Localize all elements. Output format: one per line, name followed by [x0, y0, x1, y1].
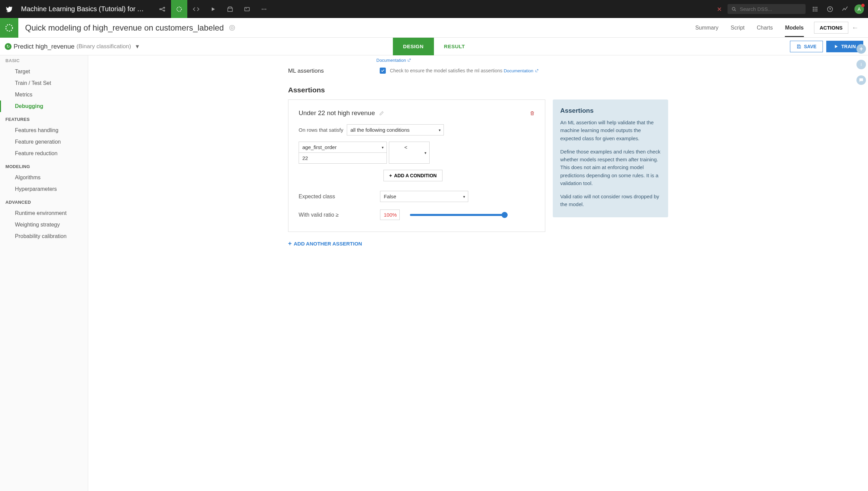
close-icon[interactable] — [711, 6, 728, 12]
sb-feature-reduction[interactable]: Feature reduction — [0, 148, 88, 159]
slider-thumb[interactable] — [502, 212, 508, 218]
sb-prob-calibration[interactable]: Probability calibration — [0, 231, 88, 242]
activity-icon[interactable] — [839, 0, 850, 18]
assertion-card: Under 22 not high revenue On rows that s… — [288, 99, 545, 232]
add-another-assertion[interactable]: + ADD ANOTHER ASSERTION — [288, 240, 362, 247]
condition-operator-select[interactable]: < — [389, 142, 430, 164]
sb-section-features: FEATURES — [0, 112, 88, 125]
sb-metrics[interactable]: Metrics — [0, 89, 88, 101]
tab-script[interactable]: Script — [731, 19, 744, 37]
sb-hyperparams[interactable]: Hyperparameters — [0, 183, 88, 195]
valid-ratio-input[interactable]: 100% — [380, 210, 400, 220]
apps-grid-icon[interactable] — [810, 0, 820, 18]
play-icon — [834, 44, 838, 49]
svg-rect-18 — [816, 10, 817, 11]
trash-icon[interactable] — [530, 111, 535, 116]
search-input[interactable] — [740, 6, 801, 12]
avatar-letter: A — [857, 6, 861, 12]
play-icon[interactable] — [205, 0, 221, 18]
sb-train-test[interactable]: Train / Test Set — [0, 77, 88, 89]
valid-ratio-slider[interactable] — [410, 214, 505, 216]
predict-sub: (Binary classification) — [77, 43, 131, 50]
ml-assertions-row: ML assertions Check to ensure the model … — [288, 63, 668, 79]
svg-rect-16 — [813, 10, 814, 11]
external-link-icon — [407, 58, 411, 62]
svg-point-22 — [231, 26, 233, 29]
project-title[interactable]: Machine Learning Basics (Tutorial) for A… — [18, 5, 147, 13]
bird-logo[interactable] — [0, 0, 18, 18]
page-title-wrap: Quick modeling of high_revenue on custom… — [18, 23, 695, 33]
tab-summary[interactable]: Summary — [695, 19, 718, 37]
tab-models[interactable]: Models — [785, 19, 804, 37]
search-icon — [732, 6, 736, 12]
sb-algorithms[interactable]: Algorithms — [0, 172, 88, 183]
svg-rect-15 — [816, 8, 817, 10]
main: BASIC Target Train / Test Set Metrics De… — [0, 55, 868, 491]
info-p1: An ML assertion will help validate that … — [560, 119, 661, 142]
expected-class-select[interactable]: False — [380, 191, 468, 202]
svg-rect-10 — [813, 7, 814, 8]
svg-point-7 — [264, 8, 265, 10]
rows-satisfy-label: On rows that satisfy — [299, 127, 343, 133]
condition-row: age_first_order 22 < — [299, 142, 535, 164]
more-icon[interactable] — [256, 0, 272, 18]
page-title: Quick modeling of high_revenue on custom… — [25, 23, 224, 33]
actions-button[interactable]: ACTIONS — [814, 22, 849, 34]
dashboard-icon[interactable] — [222, 0, 238, 18]
sb-debugging[interactable]: Debugging — [0, 101, 88, 112]
rail-chat-icon[interactable] — [856, 75, 866, 85]
condition-field-select[interactable]: age_first_order — [299, 142, 387, 153]
rail-add-icon[interactable] — [856, 44, 866, 54]
help-icon[interactable] — [825, 0, 835, 18]
add-condition-button[interactable]: + ADD A CONDITION — [383, 170, 442, 181]
plus-icon: + — [389, 173, 392, 178]
flow-icon[interactable] — [154, 0, 170, 18]
satisfy-mode-select[interactable]: all the following conditions — [347, 124, 444, 135]
condition-value-input[interactable]: 22 — [299, 152, 387, 164]
crumb-actions: SAVE TRAIN — [790, 41, 863, 52]
predict-badge-icon: ↻ — [5, 43, 12, 50]
rail-info-icon[interactable] — [856, 60, 866, 69]
svg-point-6 — [262, 8, 263, 10]
avatar[interactable]: A — [854, 4, 864, 14]
notification-dot — [861, 4, 865, 7]
sb-section-modeling: MODELING — [0, 159, 88, 172]
assertions-heading: Assertions — [288, 79, 668, 99]
info-p2: Define those examples and rules then che… — [560, 148, 661, 187]
assertion-title: Under 22 not high revenue — [299, 109, 375, 117]
add-condition-label: ADD A CONDITION — [394, 173, 437, 178]
code-icon[interactable] — [188, 0, 204, 18]
tab-design[interactable]: DESIGN — [393, 38, 434, 55]
svg-point-9 — [732, 7, 735, 10]
svg-point-2 — [164, 10, 165, 11]
design-result-tabs: DESIGN RESULT — [393, 38, 475, 55]
crumbbar: ↻ Predict high_revenue (Binary classific… — [0, 38, 868, 55]
sb-target[interactable]: Target — [0, 66, 88, 77]
search-box[interactable] — [728, 4, 806, 14]
ml-assertions-checkbox[interactable] — [380, 68, 386, 74]
svg-rect-11 — [815, 7, 816, 8]
sb-feature-generation[interactable]: Feature generation — [0, 136, 88, 148]
doc-link-top[interactable]: Documentation — [376, 58, 411, 63]
sb-features-handling[interactable]: Features handling — [0, 125, 88, 136]
tab-result[interactable]: RESULT — [434, 38, 475, 55]
sb-runtime-env[interactable]: Runtime environment — [0, 207, 88, 219]
sb-weighting[interactable]: Weighting strategy — [0, 219, 88, 231]
svg-point-0 — [160, 8, 161, 10]
edit-icon[interactable] — [379, 111, 384, 116]
save-icon — [796, 44, 801, 49]
chevron-down-icon[interactable]: ▾ — [136, 42, 139, 50]
tab-charts[interactable]: Charts — [757, 19, 773, 37]
lab-icon[interactable] — [171, 0, 187, 18]
recipe-logo[interactable] — [0, 18, 18, 38]
add-another-label: ADD ANOTHER ASSERTION — [294, 241, 362, 247]
breadcrumb[interactable]: ↻ Predict high_revenue (Binary classific… — [5, 42, 139, 50]
back-arrow-icon[interactable]: ← — [848, 24, 862, 32]
app-icon[interactable] — [239, 0, 255, 18]
svg-point-21 — [229, 25, 234, 30]
doc-link-inline[interactable]: Documentation — [504, 68, 538, 73]
content: Documentation ML assertions Check to ens… — [88, 55, 868, 491]
svg-rect-13 — [813, 8, 814, 10]
save-button[interactable]: SAVE — [790, 41, 823, 52]
target-icon — [229, 24, 235, 31]
